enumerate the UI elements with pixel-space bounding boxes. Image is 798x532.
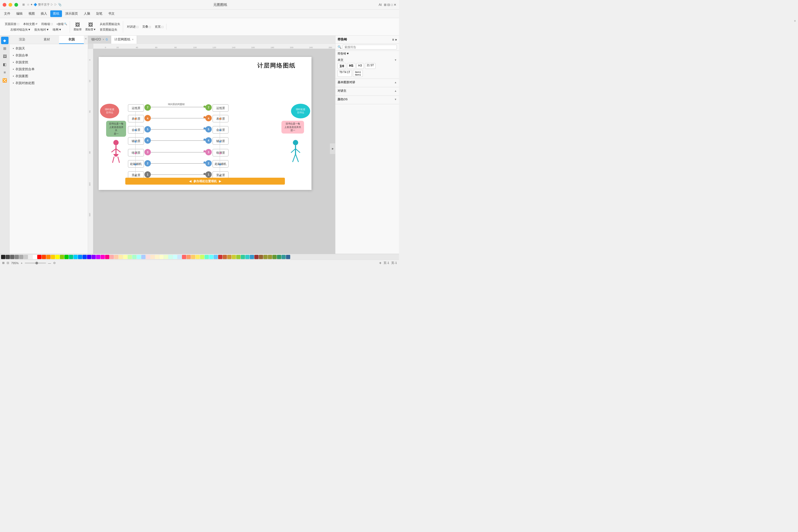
zoom-add[interactable]: +	[21, 262, 22, 265]
color-swatch-49[interactable]	[223, 255, 227, 259]
color-swatch-48[interactable]	[218, 255, 222, 259]
color-swatch-2[interactable]	[10, 255, 14, 259]
menu-ai[interactable]: 人脑	[81, 11, 93, 17]
tb-normal-img[interactable]: 🖼 图贴普▼	[84, 22, 98, 32]
color-swatch-6[interactable]	[28, 255, 33, 259]
color-swatch-26[interactable]	[119, 255, 123, 259]
color-swatch-12[interactable]	[55, 255, 60, 259]
color-swatch-25[interactable]	[114, 255, 118, 259]
menu-diagram[interactable]: 图纸	[50, 11, 62, 17]
color-swatch-0[interactable]	[1, 255, 5, 259]
color-swatch-15[interactable]	[69, 255, 73, 259]
color-swatch-45[interactable]	[205, 255, 209, 259]
sidebar-icon-grid[interactable]: ⊞	[1, 45, 8, 52]
tab-h2o-close[interactable]: ×	[103, 38, 104, 41]
color-swatch-39[interactable]	[177, 255, 182, 259]
tb-network[interactable]: 络网▼	[51, 27, 63, 32]
sidebar-item-0[interactable]: •衣脱天	[11, 45, 87, 52]
menu-presentation[interactable]: 演示面页	[62, 11, 81, 17]
tab-diagram[interactable]: 计层网图纸 ×	[111, 36, 137, 44]
color-swatch-47[interactable]	[214, 255, 218, 259]
sidebar-item-5[interactable]: •衣脱对效处图	[11, 80, 87, 87]
sidebar-icon-misc[interactable]: 🔀	[1, 77, 8, 84]
color-swatch-63[interactable]	[286, 255, 290, 259]
canvas-area[interactable]: 0 20 40 60 80 100 120 140 160 180 200 24…	[88, 44, 335, 254]
color-swatch-4[interactable]	[19, 255, 23, 259]
tab-clothing[interactable]: 衣脱	[59, 36, 84, 44]
color-swatch-28[interactable]	[128, 255, 132, 259]
color-swatch-56[interactable]	[254, 255, 259, 259]
zoom-minus[interactable]: —	[48, 262, 51, 265]
font-btn-item[interactable]: Item1Item1	[353, 70, 363, 77]
sidebar-icon-layers[interactable]: ◧	[1, 61, 8, 68]
color-swatch-51[interactable]	[232, 255, 236, 259]
color-swatch-34[interactable]	[155, 255, 159, 259]
sidebar-item-4[interactable]: •衣脱案图	[11, 73, 87, 79]
tb-format[interactable]: 符格缩⬚	[40, 22, 55, 26]
color-swatch-20[interactable]	[92, 255, 96, 259]
color-swatch-13[interactable]	[60, 255, 64, 259]
color-swatch-21[interactable]	[96, 255, 100, 259]
search-input[interactable]	[343, 45, 397, 50]
color-swatch-60[interactable]	[272, 255, 277, 259]
color-swatch-32[interactable]	[146, 255, 150, 259]
color-swatch-29[interactable]	[132, 255, 136, 259]
menu-file[interactable]: 文件	[1, 11, 13, 17]
right-expand[interactable]: »	[330, 144, 335, 154]
color-swatch-41[interactable]	[187, 255, 191, 259]
menu-insert[interactable]: 插入	[38, 11, 50, 17]
color-swatch-53[interactable]	[241, 255, 245, 259]
sidebar-icon-image[interactable]: 🖼	[1, 53, 8, 60]
right-panel-expand[interactable]: »	[395, 38, 397, 41]
color-swatch-36[interactable]	[164, 255, 168, 259]
menu-draw[interactable]: 划笔	[93, 11, 105, 17]
font-btn-21st[interactable]: 21 ST	[365, 63, 376, 69]
color-swatch-50[interactable]	[227, 255, 231, 259]
tab-diagram-close[interactable]: ×	[132, 38, 134, 41]
tb-replace-img[interactable]: 🖼 图贴替	[72, 22, 83, 32]
font-btn-sizes[interactable]: T9 T4 1T	[338, 70, 352, 77]
font-btn-h3[interactable]: H3	[357, 63, 364, 69]
tab-render[interactable]: 渲染	[10, 36, 34, 44]
color-swatch-16[interactable]	[73, 255, 78, 259]
tb-first-page[interactable]: 从始页图贴边矢	[98, 22, 122, 26]
diagram-page[interactable]: 计层网络图纸 旧书位是一每 上发送息信并共 层一 旧书位是一每 上发送息信并共 …	[99, 57, 311, 190]
color-swatch-40[interactable]	[182, 255, 186, 259]
color-swatch-62[interactable]	[281, 255, 286, 259]
color-swatch-61[interactable]	[277, 255, 281, 259]
color-swatch-14[interactable]	[64, 255, 69, 259]
minimize-button[interactable]	[8, 3, 12, 7]
font-btn-hs[interactable]: HS	[347, 63, 355, 69]
color-swatch-27[interactable]	[123, 255, 128, 259]
sidebar-collapse[interactable]: «	[84, 36, 88, 44]
color-swatch-30[interactable]	[137, 255, 141, 259]
canvas-content[interactable]: 计层网络图纸 旧书位是一每 上发送息信并共 层一 旧书位是一每 上发送息信并共 …	[93, 49, 335, 254]
color-swatch-22[interactable]	[100, 255, 105, 259]
color-swatch-43[interactable]	[195, 255, 200, 259]
color-swatch-54[interactable]	[245, 255, 249, 259]
maximize-button[interactable]	[14, 3, 18, 7]
add-page[interactable]: +	[379, 261, 381, 265]
sidebar-item-1[interactable]: •衣脱合单	[11, 52, 87, 59]
tab-h2o[interactable]: 顿H2O × G	[88, 36, 111, 44]
color-swatch-11[interactable]	[51, 255, 55, 259]
zoom-slider[interactable]	[25, 263, 46, 264]
color-swatch-38[interactable]	[173, 255, 177, 259]
fit-icon[interactable]: ⊞	[2, 261, 4, 265]
tb-zoom[interactable]: •放缩🔍	[55, 22, 69, 26]
color-swatch-9[interactable]	[42, 255, 46, 259]
color-swatch-19[interactable]	[87, 255, 91, 259]
tb-view[interactable]: 览宽⬚	[153, 24, 165, 29]
color-swatch-10[interactable]	[46, 255, 51, 259]
color-swatch-23[interactable]	[105, 255, 109, 259]
font-btn-h1[interactable]: 1H	[338, 63, 346, 69]
color-swatch-35[interactable]	[159, 255, 164, 259]
color-swatch-18[interactable]	[82, 255, 87, 259]
color-swatch-59[interactable]	[268, 255, 272, 259]
color-swatch-17[interactable]	[78, 255, 82, 259]
sidebar-item-2[interactable]: •衣脱变扰	[11, 59, 87, 66]
tb-align[interactable]: 左移对钮边矢▼	[9, 27, 33, 32]
menu-view[interactable]: 视图	[26, 11, 38, 17]
tb-last-page[interactable]: 首页图贴边矢	[98, 27, 122, 32]
tb-train[interactable]: 对训进⬚	[125, 24, 140, 29]
